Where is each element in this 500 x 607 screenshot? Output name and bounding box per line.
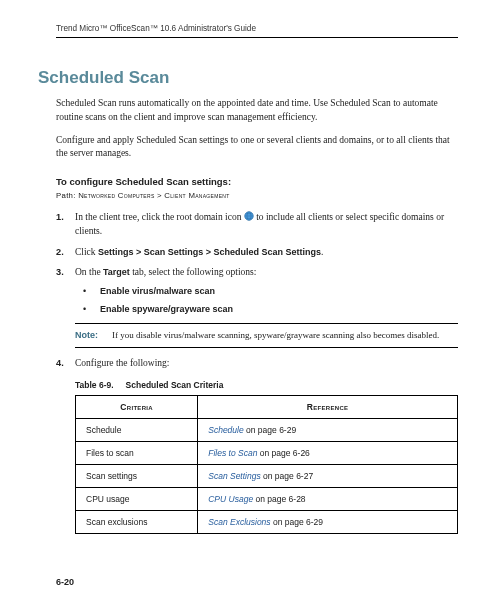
table-row: ScheduleSchedule on page 6-29 bbox=[76, 418, 458, 441]
path-label: Path: bbox=[56, 191, 78, 200]
step-2: Click Settings > Scan Settings > Schedul… bbox=[56, 246, 458, 260]
note-label: Note: bbox=[75, 329, 98, 342]
step-3-text-b: tab, select the following options: bbox=[130, 267, 257, 277]
step-2-menu-path: Settings > Scan Settings > Scheduled Sca… bbox=[98, 247, 321, 257]
procedure-steps: In the client tree, click the root domai… bbox=[56, 211, 458, 316]
table-caption: Table 6-9.Scheduled Scan Criteria bbox=[75, 380, 458, 390]
table-row: Scan exclusionsScan Exclusions on page 6… bbox=[76, 510, 458, 533]
step-4: Configure the following: bbox=[56, 357, 458, 371]
criteria-cell: CPU usage bbox=[76, 487, 198, 510]
running-header: Trend Micro™ OfficeScan™ 10.6 Administra… bbox=[56, 24, 458, 33]
procedure-steps-cont: Configure the following: bbox=[56, 357, 458, 371]
reference-page: on page 6-29 bbox=[244, 425, 296, 435]
procedure-heading: To configure Scheduled Scan settings: bbox=[56, 176, 458, 187]
page-number: 6-20 bbox=[56, 577, 74, 587]
reference-cell: Scan Exclusions on page 6-29 bbox=[198, 510, 458, 533]
table-row: CPU usageCPU Usage on page 6-28 bbox=[76, 487, 458, 510]
header-rule bbox=[56, 37, 458, 38]
reference-cell: Scan Settings on page 6-27 bbox=[198, 464, 458, 487]
table-row: Files to scanFiles to Scan on page 6-26 bbox=[76, 441, 458, 464]
note-text: If you disable virus/malware scanning, s… bbox=[112, 329, 458, 342]
reference-cell: Schedule on page 6-29 bbox=[198, 418, 458, 441]
reference-link: Schedule bbox=[208, 425, 243, 435]
reference-page: on page 6-29 bbox=[271, 517, 323, 527]
step-3-text-a: On the bbox=[75, 267, 103, 277]
step-3: On the Target tab, select the following … bbox=[56, 266, 458, 316]
section-title: Scheduled Scan bbox=[38, 68, 458, 88]
table-row: Scan settingsScan Settings on page 6-27 bbox=[76, 464, 458, 487]
step-1-text-a: In the client tree, click the root domai… bbox=[75, 212, 244, 222]
step-2-text-a: Click bbox=[75, 247, 98, 257]
th-criteria: Criteria bbox=[76, 395, 198, 418]
reference-link: CPU Usage bbox=[208, 494, 253, 504]
reference-page: on page 6-26 bbox=[257, 448, 309, 458]
step-3-tab-name: Target bbox=[103, 267, 130, 277]
table-header-row: Criteria Reference bbox=[76, 395, 458, 418]
reference-link: Scan Settings bbox=[208, 471, 260, 481]
criteria-table: Criteria Reference ScheduleSchedule on p… bbox=[75, 395, 458, 534]
reference-cell: Files to Scan on page 6-26 bbox=[198, 441, 458, 464]
step-3-options: Enable virus/malware scan Enable spyware… bbox=[83, 285, 458, 316]
step-2-text-b: . bbox=[321, 247, 323, 257]
criteria-cell: Files to scan bbox=[76, 441, 198, 464]
option-spyware-scan: Enable spyware/grayware scan bbox=[83, 303, 458, 316]
option-virus-scan: Enable virus/malware scan bbox=[83, 285, 458, 298]
criteria-cell: Scan settings bbox=[76, 464, 198, 487]
root-domain-icon bbox=[244, 211, 254, 221]
reference-page: on page 6-28 bbox=[253, 494, 305, 504]
reference-link: Scan Exclusions bbox=[208, 517, 270, 527]
reference-cell: CPU Usage on page 6-28 bbox=[198, 487, 458, 510]
table-number: Table 6-9. bbox=[75, 380, 114, 390]
table-title: Scheduled Scan Criteria bbox=[126, 380, 224, 390]
note-callout: Note: If you disable virus/malware scann… bbox=[75, 323, 458, 348]
th-reference: Reference bbox=[198, 395, 458, 418]
path-value: Networked Computers > Client Management bbox=[78, 191, 229, 200]
intro-paragraph-1: Scheduled Scan runs automatically on the… bbox=[56, 97, 458, 125]
navigation-path: Path: Networked Computers > Client Manag… bbox=[56, 191, 458, 200]
reference-page: on page 6-27 bbox=[261, 471, 313, 481]
reference-link: Files to Scan bbox=[208, 448, 257, 458]
intro-paragraph-2: Configure and apply Scheduled Scan setti… bbox=[56, 134, 458, 162]
criteria-cell: Scan exclusions bbox=[76, 510, 198, 533]
criteria-cell: Schedule bbox=[76, 418, 198, 441]
step-1: In the client tree, click the root domai… bbox=[56, 211, 458, 239]
